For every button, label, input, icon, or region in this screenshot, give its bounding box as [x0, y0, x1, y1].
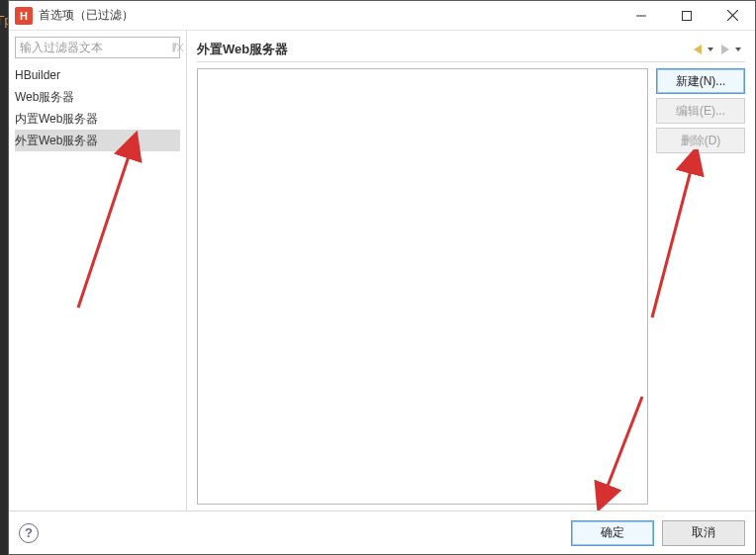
footer: ? 确定 取消	[9, 510, 755, 554]
maximize-icon	[682, 11, 692, 21]
delete-button: 删除(D)	[656, 128, 745, 153]
arrow-right-icon	[721, 45, 733, 54]
parent-app-strip: Γp	[0, 0, 8, 555]
app-icon: H	[15, 7, 33, 25]
close-icon	[727, 10, 738, 21]
minimize-button[interactable]	[618, 1, 664, 31]
help-button[interactable]: ?	[19, 523, 39, 543]
right-panel: 外置Web服务器 新建(N)...	[187, 31, 755, 510]
maximize-button[interactable]	[664, 1, 709, 31]
titlebar: H 首选项（已过滤）	[9, 1, 755, 31]
nav-back-button[interactable]	[690, 45, 717, 54]
filter-input[interactable]	[16, 38, 172, 57]
nav-forward-button[interactable]	[717, 45, 745, 54]
preferences-window: H 首选项（已过滤）	[8, 0, 756, 555]
tree-node-web-server[interactable]: Web服务器	[15, 86, 180, 108]
arrow-left-icon	[694, 45, 706, 54]
tree-node-external-web-server[interactable]: 外置Web服务器	[15, 130, 180, 151]
edit-button: 编辑(E)...	[656, 98, 745, 124]
minimize-icon	[636, 11, 646, 21]
filter-field-wrap	[15, 37, 180, 58]
new-button[interactable]: 新建(N)...	[656, 68, 745, 94]
chevron-down-icon	[735, 47, 741, 51]
window-title: 首选项（已过滤）	[39, 7, 134, 24]
close-button[interactable]	[709, 1, 755, 31]
tree-node-builtin-web-server[interactable]: 内置Web服务器	[15, 108, 180, 130]
ok-button[interactable]: 确定	[571, 520, 654, 546]
side-buttons: 新建(N)... 编辑(E)... 删除(D)	[656, 68, 745, 505]
left-panel: HBuilder Web服务器 内置Web服务器 外置Web服务器	[9, 31, 187, 510]
cancel-button[interactable]: 取消	[662, 520, 745, 546]
section-title: 外置Web服务器	[197, 41, 288, 58]
section-header: 外置Web服务器	[197, 37, 745, 62]
question-mark-icon: ?	[25, 525, 33, 540]
server-listbox[interactable]	[197, 68, 648, 505]
chevron-down-icon	[708, 47, 713, 51]
clear-filter-icon[interactable]	[172, 42, 184, 53]
preferences-tree: HBuilder Web服务器 内置Web服务器 外置Web服务器	[15, 64, 180, 151]
tree-node-hbuilder[interactable]: HBuilder	[15, 64, 180, 86]
